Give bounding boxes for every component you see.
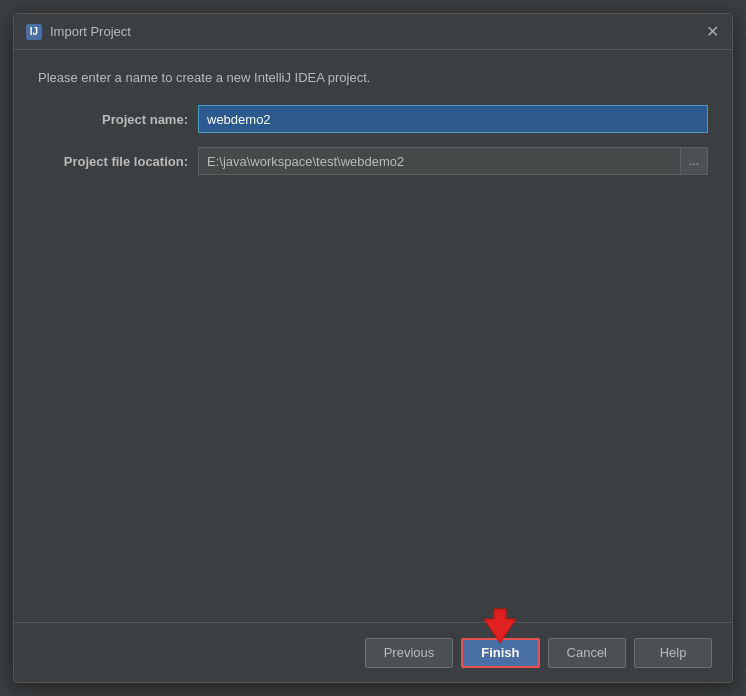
title-bar: IJ Import Project ✕: [14, 14, 732, 50]
arrow-icon: [480, 605, 520, 645]
project-name-input[interactable]: [198, 105, 708, 133]
cancel-button[interactable]: Cancel: [548, 638, 626, 668]
help-button[interactable]: Help: [634, 638, 712, 668]
project-location-label: Project file location:: [38, 154, 198, 169]
svg-marker-0: [484, 609, 516, 643]
browse-button[interactable]: ...: [680, 147, 708, 175]
description-text: Please enter a name to create a new Inte…: [38, 70, 708, 85]
close-button[interactable]: ✕: [704, 24, 720, 40]
dialog-title: Import Project: [50, 24, 131, 39]
import-project-dialog: IJ Import Project ✕ Please enter a name …: [13, 13, 733, 683]
project-location-input[interactable]: [198, 147, 680, 175]
dialog-footer: Previous Finish Cancel Help: [14, 622, 732, 682]
title-bar-left: IJ Import Project: [26, 24, 131, 40]
app-icon: IJ: [26, 24, 42, 40]
arrow-indicator: [480, 605, 520, 645]
project-name-row: Project name:: [38, 105, 708, 133]
project-location-row: Project file location: ...: [38, 147, 708, 175]
project-location-field-group: ...: [198, 147, 708, 175]
project-name-label: Project name:: [38, 112, 198, 127]
dialog-content: Please enter a name to create a new Inte…: [14, 50, 732, 622]
previous-button[interactable]: Previous: [365, 638, 454, 668]
